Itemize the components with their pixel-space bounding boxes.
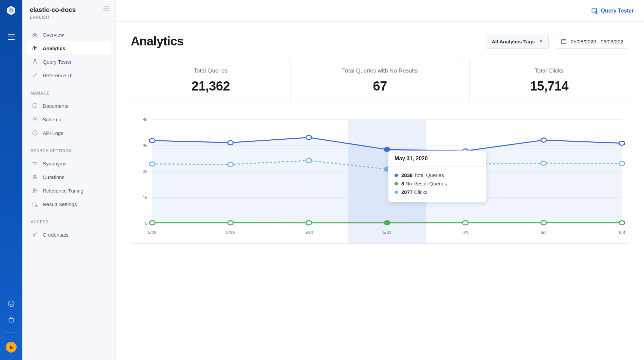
nav-item-curations[interactable]: Curations: [27, 170, 111, 184]
analytics-icon: [32, 45, 38, 51]
date-range-picker[interactable]: 05/28/2020 - 06/03/202: [555, 34, 629, 49]
documents-icon: [32, 103, 38, 109]
nav-rail: E: [0, 0, 22, 360]
svg-point-41: [228, 162, 234, 166]
nav-item-documents[interactable]: Documents: [27, 99, 111, 113]
result-icon: [32, 201, 38, 207]
main: Query Tester Analytics All Analytics Tag…: [116, 0, 644, 360]
nav-item-schema[interactable]: Schema: [27, 113, 111, 126]
svg-point-36: [384, 221, 390, 225]
svg-point-27: [228, 141, 234, 145]
nav-item-api-logs[interactable]: API Logs: [27, 126, 111, 140]
nav-item-query-tester[interactable]: Query Tester: [27, 55, 111, 68]
y-tick: 3k: [143, 143, 147, 148]
hamburger-icon[interactable]: [7, 33, 15, 42]
svg-rect-1: [9, 318, 14, 322]
svg-point-6: [105, 8, 106, 9]
x-tick: 5/30: [304, 230, 313, 235]
svg-point-5: [103, 8, 104, 9]
page-title: Analytics: [131, 34, 184, 48]
x-tick: 5/29: [226, 230, 235, 235]
apps-icon[interactable]: [103, 6, 109, 13]
nav-item-label: Analytics: [43, 45, 65, 51]
svg-point-10: [107, 10, 108, 11]
y-tick: 4k: [143, 117, 147, 122]
svg-point-9: [105, 10, 106, 11]
nav-item-label: Synonyms: [43, 161, 66, 166]
nav-heading: SEARCH SETTINGS: [27, 143, 111, 157]
svg-point-3: [105, 6, 106, 7]
svg-point-0: [8, 301, 14, 307]
nav-item-overview[interactable]: Overview: [27, 28, 111, 41]
nav-item-credentials[interactable]: Credentials: [27, 228, 111, 241]
stat-card[interactable]: Total Queries with No Results 67: [300, 59, 460, 103]
tooltip-dot: [395, 174, 398, 177]
binoculars-icon: [32, 32, 38, 38]
nav-item-label: Credentials: [43, 232, 68, 238]
engine-title: elastic-co-docs: [30, 6, 76, 14]
nav-item-reference-ui[interactable]: Reference UI: [27, 68, 111, 82]
package-icon[interactable]: [7, 316, 15, 324]
svg-point-11: [33, 34, 35, 36]
y-tick: 1k: [143, 195, 147, 200]
stat-value: 15,714: [470, 79, 629, 94]
svg-point-14: [34, 119, 36, 120]
x-tick: 5/31: [383, 230, 391, 235]
nav-item-label: Overview: [43, 32, 64, 38]
chart-tooltip: May 31, 2020 2838 Total Queries 8 No Res…: [388, 151, 486, 202]
svg-rect-22: [592, 8, 597, 13]
tags-label: All Analytics Tags: [491, 39, 535, 44]
topbar: Query Tester: [116, 0, 644, 22]
svg-point-16: [34, 188, 35, 189]
clock-icon: [32, 130, 38, 136]
svg-point-40: [149, 162, 155, 166]
svg-point-46: [619, 161, 625, 165]
tooltip-dot: [395, 191, 398, 194]
tooltip-row: 2838 Total Queries: [395, 171, 480, 179]
svg-point-32: [619, 141, 625, 145]
nav-item-label: Query Tester: [43, 59, 72, 65]
svg-point-17: [36, 190, 37, 191]
x-tick: 6/3: [619, 230, 625, 235]
query-tester-label: Query Tester: [601, 8, 634, 14]
svg-point-28: [306, 135, 312, 139]
chat-icon[interactable]: [7, 300, 15, 307]
nav-item-label: Reference UI: [43, 73, 73, 78]
y-tick: 0: [145, 221, 147, 226]
nav-item-synonyms[interactable]: Synonyms: [27, 157, 111, 170]
tooltip-dot: [395, 182, 398, 185]
tooltip-row: 2077 Clicks: [395, 188, 480, 196]
stat-card[interactable]: Total Queries 21,362: [131, 59, 290, 103]
key-icon: [32, 232, 38, 238]
date-range-text: 05/28/2020 - 06/03/202: [571, 39, 623, 44]
nav-item-analytics[interactable]: Analytics: [27, 41, 111, 55]
nav-item-label: Result Settings: [43, 201, 77, 207]
svg-point-18: [33, 192, 34, 193]
svg-point-31: [541, 138, 547, 142]
analytics-tags-dropdown[interactable]: All Analytics Tags ▼: [486, 34, 548, 49]
nav-item-relevance-tuning[interactable]: Relevance Tuning: [27, 184, 111, 197]
flask-icon: [32, 59, 38, 65]
stat-card[interactable]: Total Clicks 15,714: [469, 59, 629, 103]
x-tick: 5/28: [148, 230, 156, 235]
tooltip-row: 8 No Result Queries: [395, 179, 480, 188]
analytics-chart: 01k2k3k4k 5/285/295/305/316/16/26/3 May …: [131, 113, 629, 244]
tooltip-date: May 31, 2020: [388, 151, 486, 167]
query-tester-link[interactable]: Query Tester: [591, 7, 634, 14]
sliders-icon: [32, 187, 38, 194]
query-tester-icon: [591, 7, 598, 14]
signpost-icon: [32, 174, 38, 180]
user-avatar[interactable]: E: [6, 342, 17, 353]
nav-item-result-settings[interactable]: Result Settings: [27, 197, 111, 211]
svg-point-2: [103, 6, 104, 7]
gear-icon: [32, 116, 38, 122]
app-logo-icon: [5, 5, 17, 16]
nav-item-label: API Logs: [43, 130, 63, 136]
svg-point-4: [107, 6, 108, 7]
x-tick: 6/1: [462, 230, 468, 235]
calendar-icon: [561, 38, 567, 44]
chevron-down-icon: ▼: [539, 39, 543, 44]
svg-point-33: [149, 221, 155, 225]
waves-icon: [32, 160, 38, 166]
engine-language: ENGLISH: [30, 15, 76, 20]
